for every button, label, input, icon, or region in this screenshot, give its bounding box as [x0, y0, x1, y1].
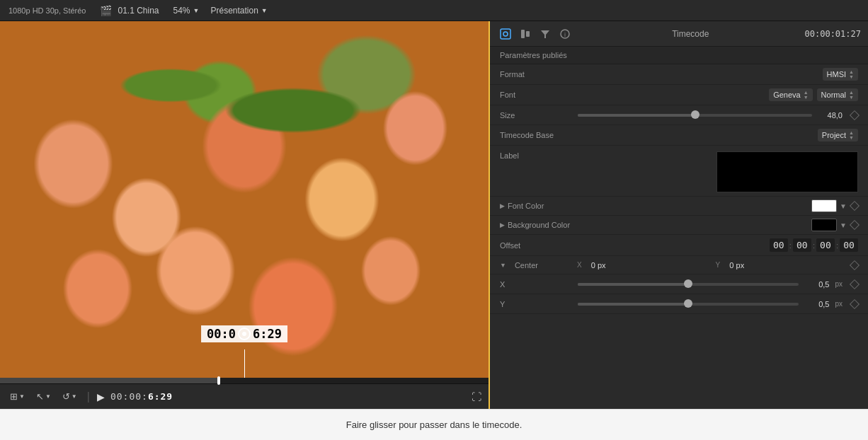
content-area: 00:0 6:29 ⊞ ▼ ↖ — [0, 21, 868, 409]
fullscreen-button[interactable]: ⛶ — [472, 391, 481, 403]
label-preview-box[interactable] — [716, 151, 858, 192]
playback-time-display: 00:00:6:29 — [110, 391, 173, 402]
font-color-dropdown-icon[interactable]: ▼ — [840, 202, 847, 210]
tc-frame[interactable]: 00 — [840, 238, 858, 252]
stepper-down-icon: ▼ — [849, 74, 854, 79]
svg-rect-0 — [501, 29, 510, 39]
tc-base-arrows: ▲ ▼ — [849, 130, 854, 140]
font-family-stepper[interactable]: Geneva ▲ ▼ — [769, 88, 812, 101]
section-header: Paramètres publiés — [490, 47, 868, 64]
tc-sep-3: : — [836, 241, 838, 250]
center-y-col: Y 0 px — [715, 261, 840, 270]
x-label: X — [500, 280, 578, 289]
y-slider-fill — [578, 303, 688, 306]
timecode-base-stepper[interactable]: Project ▲ ▼ — [818, 129, 858, 141]
presentation-label: Présentation — [210, 6, 258, 16]
svg-rect-2 — [521, 30, 525, 38]
bg-color-swatch[interactable] — [811, 219, 837, 231]
size-slider-container: 48,0 — [578, 111, 858, 120]
y-slider-thumb[interactable] — [684, 299, 692, 308]
offset-timecode[interactable]: 00 : 00 : 00 : 00 — [770, 238, 858, 252]
tc-sep-1: : — [789, 241, 792, 250]
clip-name: 01.1 China — [118, 6, 159, 16]
size-slider[interactable] — [578, 114, 812, 117]
scrubber-handle[interactable] — [217, 376, 220, 385]
leaf-overlay — [0, 21, 489, 378]
y-slider[interactable] — [578, 303, 799, 306]
timecode-text-start: 00:0 — [207, 327, 236, 341]
offset-label: Offset — [500, 241, 578, 250]
bg-color-diamond[interactable] — [850, 220, 860, 230]
y-label: Y — [500, 300, 578, 308]
y-diamond[interactable] — [850, 299, 860, 308]
bg-color-row: ▶ Background Color ▼ — [490, 216, 868, 235]
x-unit: px — [835, 280, 843, 288]
format-value: HMSI ▲ ▼ — [578, 68, 858, 81]
inspector-tab-filter[interactable] — [537, 25, 554, 42]
size-keyframe-diamond[interactable] — [850, 110, 860, 120]
font-color-diamond[interactable] — [850, 201, 860, 211]
timecode-text-end: 6:29 — [253, 327, 282, 341]
selection-button[interactable]: ↖ ▼ — [33, 390, 54, 403]
size-slider-thumb[interactable] — [691, 110, 699, 119]
clip-info: 🎬 01.1 China — [100, 5, 159, 16]
zoom-chevron-icon: ▼ — [193, 7, 200, 14]
timecode-overlay[interactable]: 00:0 6:29 — [201, 325, 287, 342]
font-style-stepper[interactable]: Normal ▲ ▼ — [817, 88, 858, 101]
panel-timecode-label: Timecode — [576, 29, 805, 39]
format-stepper-arrows: ▲ ▼ — [849, 69, 854, 79]
svg-marker-4 — [541, 30, 549, 38]
properties-panel: i Timecode 00:00:01:27 Paramètres publié… — [489, 21, 868, 409]
center-x-value[interactable]: 0 px — [585, 261, 606, 270]
size-row: Size 48,0 — [490, 105, 868, 125]
bg-color-dropdown-icon[interactable]: ▼ — [840, 221, 847, 229]
svg-text:i: i — [564, 31, 566, 38]
font-color-swatch[interactable] — [811, 199, 837, 212]
center-expand-icon[interactable]: ▼ — [500, 262, 506, 269]
font-down-icon: ▼ — [804, 95, 809, 100]
center-diamond[interactable] — [850, 260, 860, 270]
font-color-row: ▶ Font Color ▼ — [490, 197, 868, 216]
x-slider-thumb[interactable] — [684, 279, 692, 288]
playback-time-bold: 6:29 — [148, 391, 173, 402]
format-stepper[interactable]: HMSI ▲ ▼ — [823, 68, 858, 81]
inspector-tab-video[interactable] — [497, 25, 514, 42]
tc-hour[interactable]: 00 — [770, 238, 788, 252]
style-up-icon: ▲ — [849, 90, 854, 95]
bg-color-expand-icon[interactable]: ▶ — [500, 221, 505, 228]
tooltip-text: Faire glisser pour passer dans le timeco… — [346, 419, 522, 430]
zoom-value: 54% — [173, 6, 190, 16]
center-y-value[interactable]: 0 px — [723, 261, 744, 270]
x-row: X 0,5 px — [490, 274, 868, 294]
zoom-control[interactable]: 54% ▼ — [173, 6, 200, 16]
font-stepper-arrows: ▲ ▼ — [804, 90, 809, 100]
timecode-cursor-icon[interactable] — [238, 328, 251, 340]
x-slider[interactable] — [578, 283, 799, 286]
tc-sec[interactable]: 00 — [816, 238, 835, 252]
transform-button[interactable]: ↺ ▼ — [59, 390, 80, 403]
presentation-control[interactable]: Présentation ▼ — [210, 6, 267, 16]
film-icon: 🎬 — [100, 5, 112, 16]
inspector-tab-audio[interactable] — [517, 25, 534, 42]
tc-min[interactable]: 00 — [793, 238, 811, 252]
divider-1: | — [87, 390, 90, 403]
y-slider-container: 0,5 px — [578, 300, 858, 308]
font-value: Geneva ▲ ▼ Normal ▲ ▼ — [578, 88, 858, 101]
scrubber-bar[interactable] — [0, 378, 489, 383]
font-color-expand-icon[interactable]: ▶ — [500, 202, 505, 209]
video-viewport: 00:0 6:29 — [0, 21, 489, 378]
offset-value: 00 : 00 : 00 : 00 — [578, 238, 858, 252]
font-style-arrows: ▲ ▼ — [849, 90, 854, 100]
format-row: Format HMSI ▲ ▼ — [490, 64, 868, 85]
tc-base-down-icon: ▼ — [849, 135, 854, 140]
bottom-tooltip: Faire glisser pour passer dans le timeco… — [0, 409, 868, 440]
play-button[interactable]: ▶ — [97, 391, 105, 403]
inspector-tab-info[interactable]: i — [556, 25, 573, 42]
x-diamond[interactable] — [850, 279, 860, 289]
video-panel: 00:0 6:29 ⊞ ▼ ↖ — [0, 21, 489, 409]
layout-button[interactable]: ⊞ ▼ — [7, 390, 28, 403]
x-slider-container: 0,5 px — [578, 280, 858, 289]
y-row: Y 0,5 px — [490, 294, 868, 314]
video-frame: 00:0 6:29 — [0, 21, 489, 378]
video-controls: ⊞ ▼ ↖ ▼ ↺ ▼ | ▶ 00:00:6:29 ⛶ — [0, 383, 489, 409]
